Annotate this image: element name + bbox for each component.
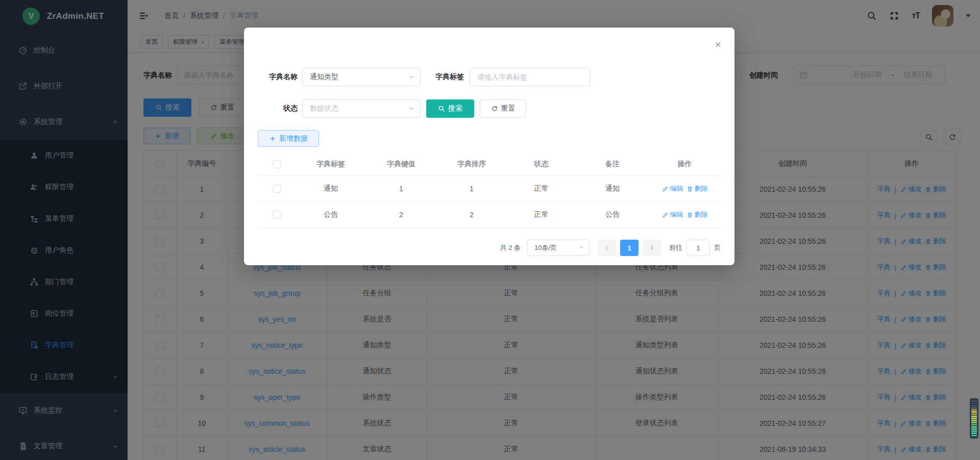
refresh-icon xyxy=(491,105,498,112)
row-checkbox[interactable] xyxy=(273,185,281,193)
page-number-current[interactable]: 1 xyxy=(620,240,639,256)
modal-dict-name-label: 字典名称 xyxy=(258,72,298,82)
modal-dict-label-label: 字典标签 xyxy=(426,72,464,82)
pagination-total: 共 2 条 xyxy=(500,243,521,252)
chevron-left-icon xyxy=(604,245,610,251)
modal-reset-button[interactable]: 重置 xyxy=(480,99,526,118)
chevron-down-icon xyxy=(408,73,415,81)
close-icon[interactable]: × xyxy=(715,39,721,49)
row-checkbox[interactable] xyxy=(273,211,281,219)
row-edit-link[interactable]: 编辑 xyxy=(662,210,683,219)
chevron-down-icon xyxy=(578,244,585,252)
col-status: 状态 xyxy=(506,153,576,175)
pencil-icon xyxy=(662,186,669,192)
trash-icon xyxy=(687,212,693,218)
col-dict-sort: 字典排序 xyxy=(437,153,506,175)
chevron-down-icon xyxy=(408,105,415,112)
select-all-checkbox[interactable] xyxy=(273,160,281,168)
dict-data-dialog: × 字典名称 通知类型 字典标签 状态 数据状态 搜索 重置 xyxy=(244,28,734,265)
modal-table-header-row: 字典标签 字典键值 字典排序 状态 备注 操作 xyxy=(258,153,721,176)
page-size-select[interactable]: 10条/页 xyxy=(527,240,590,256)
row-delete-link[interactable]: 删除 xyxy=(687,210,708,219)
col-action: 操作 xyxy=(649,153,721,175)
col-dict-label: 字典标签 xyxy=(296,153,365,175)
page-suffix: 页 xyxy=(714,243,721,252)
row-delete-link[interactable]: 删除 xyxy=(687,184,708,193)
goto-label: 前往 xyxy=(669,243,682,252)
dict-data-table: 字典标签 字典键值 字典排序 状态 备注 操作 通知 1 1 正常 通知 编辑删… xyxy=(258,153,721,228)
next-page-button[interactable] xyxy=(643,240,661,256)
pagination: 共 2 条 10条/页 1 前往 页 xyxy=(500,240,721,256)
trash-icon xyxy=(687,186,693,192)
modal-status-label: 状态 xyxy=(258,104,298,113)
row-edit-link[interactable]: 编辑 xyxy=(662,184,683,193)
modal-dict-name-select[interactable]: 通知类型 xyxy=(302,68,421,86)
scrollbar-stripes xyxy=(971,400,977,437)
prev-page-button[interactable] xyxy=(598,240,616,256)
modal-dict-label-input[interactable] xyxy=(470,68,590,86)
modal-status-select[interactable]: 数据状态 xyxy=(302,99,421,118)
plus-icon xyxy=(269,135,276,142)
modal-table-row: 通知 1 1 正常 通知 编辑删除 xyxy=(258,176,721,202)
pencil-icon xyxy=(662,212,669,218)
modal-add-data-button[interactable]: 新增数据 xyxy=(258,130,319,147)
search-icon xyxy=(438,105,445,112)
modal-table-row: 公告 2 2 正常 公告 编辑删除 xyxy=(258,202,721,228)
goto-page-input[interactable] xyxy=(687,240,710,256)
col-dict-value: 字典键值 xyxy=(365,153,437,175)
app-root: V ZrAdmin.NET 控制台 外部打开 系统管理 用户管理 xyxy=(0,0,980,460)
scrollbar-widget[interactable] xyxy=(970,398,978,439)
modal-search-button[interactable]: 搜索 xyxy=(426,99,474,118)
chevron-right-icon xyxy=(649,245,655,251)
col-remark: 备注 xyxy=(576,153,649,175)
